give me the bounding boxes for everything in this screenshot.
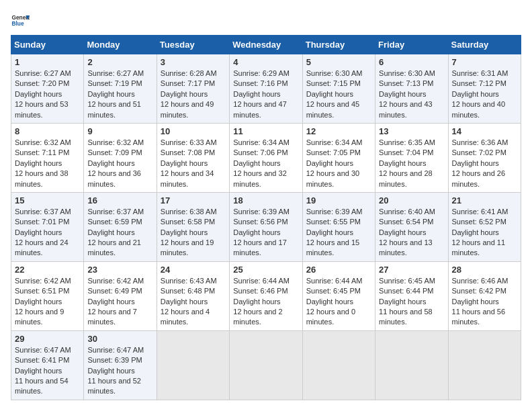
calendar-cell: 3Sunrise: 6:28 AMSunset: 7:17 PMDaylight… bbox=[157, 54, 229, 124]
day-of-week-header: Tuesday bbox=[157, 36, 229, 54]
day-info: Sunrise: 6:29 AMSunset: 7:16 PMDaylight … bbox=[233, 68, 298, 120]
day-number: 12 bbox=[306, 126, 371, 136]
calendar-cell: 8Sunrise: 6:32 AMSunset: 7:11 PMDaylight… bbox=[11, 123, 84, 192]
day-info: Sunrise: 6:44 AMSunset: 6:46 PMDaylight … bbox=[233, 276, 298, 328]
day-number: 10 bbox=[161, 126, 226, 136]
calendar-body: 1Sunrise: 6:27 AMSunset: 7:20 PMDaylight… bbox=[11, 54, 521, 400]
day-info: Sunrise: 6:40 AMSunset: 6:54 PMDaylight … bbox=[379, 207, 444, 259]
day-info: Sunrise: 6:46 AMSunset: 6:42 PMDaylight … bbox=[452, 276, 517, 328]
day-info: Sunrise: 6:27 AMSunset: 7:20 PMDaylight … bbox=[15, 68, 80, 120]
day-number: 9 bbox=[87, 126, 152, 136]
day-number: 6 bbox=[379, 57, 444, 67]
calendar-cell bbox=[375, 330, 448, 400]
logo: General Blue bbox=[11, 11, 30, 30]
calendar-cell: 17Sunrise: 6:38 AMSunset: 6:58 PMDayligh… bbox=[157, 192, 229, 261]
calendar-cell: 30Sunrise: 6:47 AMSunset: 6:39 PMDayligh… bbox=[84, 330, 157, 400]
day-info: Sunrise: 6:39 AMSunset: 6:56 PMDaylight … bbox=[233, 207, 298, 259]
day-info: Sunrise: 6:44 AMSunset: 6:45 PMDaylight … bbox=[306, 276, 371, 328]
calendar-cell: 28Sunrise: 6:46 AMSunset: 6:42 PMDayligh… bbox=[448, 261, 521, 330]
calendar-cell: 9Sunrise: 6:32 AMSunset: 7:09 PMDaylight… bbox=[84, 123, 157, 192]
day-info: Sunrise: 6:42 AMSunset: 6:51 PMDaylight … bbox=[15, 276, 80, 328]
calendar-cell: 21Sunrise: 6:41 AMSunset: 6:52 PMDayligh… bbox=[448, 192, 521, 261]
day-of-week-header: Wednesday bbox=[230, 36, 302, 54]
calendar-cell: 19Sunrise: 6:39 AMSunset: 6:55 PMDayligh… bbox=[302, 192, 375, 261]
day-info: Sunrise: 6:30 AMSunset: 7:15 PMDaylight … bbox=[306, 68, 371, 120]
calendar-week-row: 15Sunrise: 6:37 AMSunset: 7:01 PMDayligh… bbox=[11, 192, 521, 261]
day-number: 4 bbox=[233, 57, 298, 67]
day-info: Sunrise: 6:38 AMSunset: 6:58 PMDaylight … bbox=[161, 207, 226, 259]
calendar-table: SundayMondayTuesdayWednesdayThursdayFrid… bbox=[11, 35, 521, 400]
day-info: Sunrise: 6:42 AMSunset: 6:49 PMDaylight … bbox=[87, 276, 152, 328]
day-number: 2 bbox=[87, 57, 152, 67]
day-of-week-header: Monday bbox=[84, 36, 157, 54]
calendar-header: SundayMondayTuesdayWednesdayThursdayFrid… bbox=[11, 36, 521, 54]
calendar-cell: 27Sunrise: 6:45 AMSunset: 6:44 PMDayligh… bbox=[375, 261, 448, 330]
calendar-cell bbox=[302, 330, 375, 400]
day-number: 5 bbox=[306, 57, 371, 67]
day-number: 25 bbox=[233, 265, 298, 275]
day-info: Sunrise: 6:41 AMSunset: 6:52 PMDaylight … bbox=[452, 207, 517, 259]
day-info: Sunrise: 6:47 AMSunset: 6:39 PMDaylight … bbox=[87, 345, 152, 397]
day-number: 29 bbox=[15, 334, 80, 344]
svg-text:Blue: Blue bbox=[11, 20, 24, 27]
day-info: Sunrise: 6:34 AMSunset: 7:05 PMDaylight … bbox=[306, 138, 371, 189]
day-number: 23 bbox=[87, 265, 152, 275]
calendar-week-row: 8Sunrise: 6:32 AMSunset: 7:11 PMDaylight… bbox=[11, 123, 521, 192]
calendar-cell bbox=[230, 330, 302, 400]
day-number: 27 bbox=[379, 265, 444, 275]
calendar-cell: 25Sunrise: 6:44 AMSunset: 6:46 PMDayligh… bbox=[230, 261, 302, 330]
day-info: Sunrise: 6:34 AMSunset: 7:06 PMDaylight … bbox=[233, 138, 298, 189]
day-info: Sunrise: 6:32 AMSunset: 7:11 PMDaylight … bbox=[15, 138, 80, 189]
day-info: Sunrise: 6:33 AMSunset: 7:08 PMDaylight … bbox=[161, 138, 226, 189]
day-info: Sunrise: 6:32 AMSunset: 7:09 PMDaylight … bbox=[87, 138, 152, 189]
day-of-week-header: Friday bbox=[375, 36, 448, 54]
calendar-cell: 20Sunrise: 6:40 AMSunset: 6:54 PMDayligh… bbox=[375, 192, 448, 261]
calendar-cell bbox=[448, 330, 521, 400]
calendar-week-row: 1Sunrise: 6:27 AMSunset: 7:20 PMDaylight… bbox=[11, 54, 521, 124]
calendar-cell: 16Sunrise: 6:37 AMSunset: 6:59 PMDayligh… bbox=[84, 192, 157, 261]
calendar-cell: 26Sunrise: 6:44 AMSunset: 6:45 PMDayligh… bbox=[302, 261, 375, 330]
day-number: 20 bbox=[379, 195, 444, 205]
day-number: 8 bbox=[15, 126, 80, 136]
day-number: 3 bbox=[161, 57, 226, 67]
day-of-week-header: Saturday bbox=[448, 36, 521, 54]
calendar-cell: 1Sunrise: 6:27 AMSunset: 7:20 PMDaylight… bbox=[11, 54, 84, 124]
day-number: 30 bbox=[87, 334, 152, 344]
calendar-cell: 13Sunrise: 6:35 AMSunset: 7:04 PMDayligh… bbox=[375, 123, 448, 192]
day-number: 17 bbox=[161, 195, 226, 205]
day-number: 26 bbox=[306, 265, 371, 275]
calendar-cell: 6Sunrise: 6:30 AMSunset: 7:13 PMDaylight… bbox=[375, 54, 448, 124]
day-number: 15 bbox=[15, 195, 80, 205]
day-info: Sunrise: 6:36 AMSunset: 7:02 PMDaylight … bbox=[452, 138, 517, 189]
calendar-cell: 11Sunrise: 6:34 AMSunset: 7:06 PMDayligh… bbox=[230, 123, 302, 192]
calendar-cell bbox=[157, 330, 229, 400]
days-of-week-row: SundayMondayTuesdayWednesdayThursdayFrid… bbox=[11, 36, 521, 54]
calendar-week-row: 29Sunrise: 6:47 AMSunset: 6:41 PMDayligh… bbox=[11, 330, 521, 400]
day-number: 11 bbox=[233, 126, 298, 136]
day-info: Sunrise: 6:31 AMSunset: 7:12 PMDaylight … bbox=[452, 68, 517, 120]
day-number: 24 bbox=[161, 265, 226, 275]
calendar-cell: 2Sunrise: 6:27 AMSunset: 7:19 PMDaylight… bbox=[84, 54, 157, 124]
calendar-week-row: 22Sunrise: 6:42 AMSunset: 6:51 PMDayligh… bbox=[11, 261, 521, 330]
page-header: General Blue bbox=[11, 11, 521, 30]
day-info: Sunrise: 6:30 AMSunset: 7:13 PMDaylight … bbox=[379, 68, 444, 120]
day-number: 21 bbox=[452, 195, 517, 205]
day-number: 13 bbox=[379, 126, 444, 136]
day-info: Sunrise: 6:28 AMSunset: 7:17 PMDaylight … bbox=[161, 68, 226, 120]
generalblue-logo-icon: General Blue bbox=[11, 11, 30, 30]
calendar-cell: 22Sunrise: 6:42 AMSunset: 6:51 PMDayligh… bbox=[11, 261, 84, 330]
calendar-cell: 24Sunrise: 6:43 AMSunset: 6:48 PMDayligh… bbox=[157, 261, 229, 330]
day-info: Sunrise: 6:39 AMSunset: 6:55 PMDaylight … bbox=[306, 207, 371, 259]
calendar-cell: 18Sunrise: 6:39 AMSunset: 6:56 PMDayligh… bbox=[230, 192, 302, 261]
day-number: 22 bbox=[15, 265, 80, 275]
calendar-cell: 5Sunrise: 6:30 AMSunset: 7:15 PMDaylight… bbox=[302, 54, 375, 124]
day-number: 1 bbox=[15, 57, 80, 67]
calendar-cell: 12Sunrise: 6:34 AMSunset: 7:05 PMDayligh… bbox=[302, 123, 375, 192]
day-number: 18 bbox=[233, 195, 298, 205]
calendar-cell: 7Sunrise: 6:31 AMSunset: 7:12 PMDaylight… bbox=[448, 54, 521, 124]
day-number: 16 bbox=[87, 195, 152, 205]
day-number: 14 bbox=[452, 126, 517, 136]
calendar-cell: 15Sunrise: 6:37 AMSunset: 7:01 PMDayligh… bbox=[11, 192, 84, 261]
day-info: Sunrise: 6:27 AMSunset: 7:19 PMDaylight … bbox=[87, 68, 152, 120]
day-info: Sunrise: 6:47 AMSunset: 6:41 PMDaylight … bbox=[15, 345, 80, 397]
